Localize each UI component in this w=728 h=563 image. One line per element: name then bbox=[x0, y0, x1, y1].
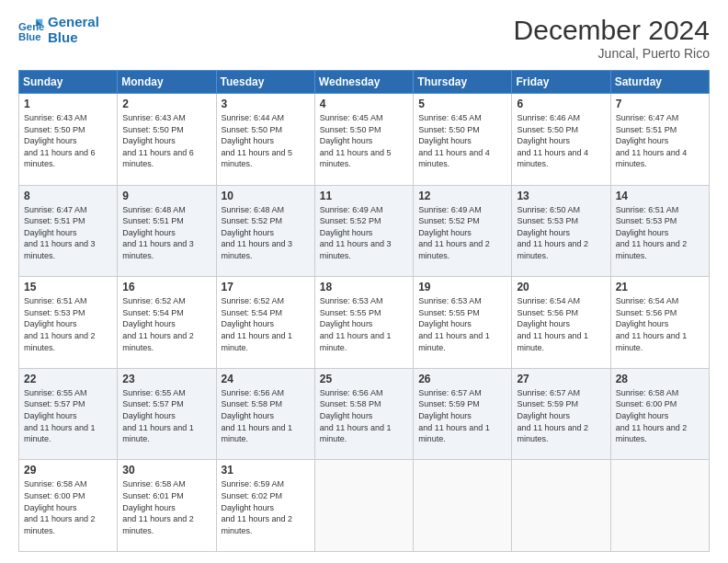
day-info: Sunrise: 6:49 AM Sunset: 5:52 PM Dayligh… bbox=[418, 204, 506, 262]
day-info: Sunrise: 6:57 AM Sunset: 5:59 PM Dayligh… bbox=[517, 387, 605, 445]
col-header-sunday: Sunday bbox=[19, 71, 118, 94]
day-info: Sunrise: 6:54 AM Sunset: 5:56 PM Dayligh… bbox=[517, 295, 605, 353]
day-number: 13 bbox=[517, 190, 605, 202]
day-info: Sunrise: 6:44 AM Sunset: 5:50 PM Dayligh… bbox=[222, 112, 310, 170]
day-number: 9 bbox=[122, 190, 210, 202]
day-number: 8 bbox=[24, 190, 112, 202]
calendar-cell: 20 Sunrise: 6:54 AM Sunset: 5:56 PM Dayl… bbox=[512, 277, 610, 369]
day-info: Sunrise: 6:43 AM Sunset: 5:50 PM Dayligh… bbox=[24, 112, 112, 170]
day-number: 15 bbox=[24, 281, 112, 293]
day-number: 6 bbox=[517, 98, 605, 110]
day-info: Sunrise: 6:51 AM Sunset: 5:53 PM Dayligh… bbox=[24, 295, 112, 353]
logo-line1: General bbox=[48, 15, 99, 30]
main-title: December 2024 bbox=[514, 15, 710, 46]
day-info: Sunrise: 6:56 AM Sunset: 5:58 PM Dayligh… bbox=[222, 387, 310, 445]
calendar-cell: 31 Sunrise: 6:59 AM Sunset: 6:02 PM Dayl… bbox=[216, 460, 314, 552]
calendar-cell: 28 Sunrise: 6:58 AM Sunset: 6:00 PM Dayl… bbox=[610, 368, 709, 460]
calendar-cell: 29 Sunrise: 6:58 AM Sunset: 6:00 PM Dayl… bbox=[19, 460, 118, 552]
day-info: Sunrise: 6:45 AM Sunset: 5:50 PM Dayligh… bbox=[418, 112, 506, 170]
calendar-cell: 19 Sunrise: 6:53 AM Sunset: 5:55 PM Dayl… bbox=[414, 277, 512, 369]
day-info: Sunrise: 6:58 AM Sunset: 6:01 PM Dayligh… bbox=[122, 478, 210, 536]
day-info: Sunrise: 6:55 AM Sunset: 5:57 PM Dayligh… bbox=[24, 387, 112, 445]
col-header-saturday: Saturday bbox=[610, 71, 709, 94]
calendar-cell: 2 Sunrise: 6:43 AM Sunset: 5:50 PM Dayli… bbox=[118, 94, 216, 186]
col-header-wednesday: Wednesday bbox=[314, 71, 413, 94]
calendar-cell: 18 Sunrise: 6:53 AM Sunset: 5:55 PM Dayl… bbox=[314, 277, 413, 369]
calendar-cell: 30 Sunrise: 6:58 AM Sunset: 6:01 PM Dayl… bbox=[118, 460, 216, 552]
day-info: Sunrise: 6:54 AM Sunset: 5:56 PM Dayligh… bbox=[616, 295, 704, 353]
subtitle: Juncal, Puerto Rico bbox=[514, 46, 710, 61]
day-number: 30 bbox=[122, 464, 210, 477]
calendar-cell: 7 Sunrise: 6:47 AM Sunset: 5:51 PM Dayli… bbox=[610, 94, 709, 186]
day-number: 22 bbox=[24, 373, 112, 385]
day-info: Sunrise: 6:43 AM Sunset: 5:50 PM Dayligh… bbox=[122, 112, 210, 170]
col-header-monday: Monday bbox=[118, 71, 216, 94]
logo-line2: Blue bbox=[48, 30, 99, 46]
day-number: 2 bbox=[122, 98, 210, 110]
day-info: Sunrise: 6:58 AM Sunset: 6:00 PM Dayligh… bbox=[616, 387, 704, 445]
col-header-thursday: Thursday bbox=[414, 71, 512, 94]
svg-text:Blue: Blue bbox=[18, 30, 41, 41]
day-info: Sunrise: 6:52 AM Sunset: 5:54 PM Dayligh… bbox=[122, 295, 210, 353]
day-info: Sunrise: 6:47 AM Sunset: 5:51 PM Dayligh… bbox=[24, 204, 112, 262]
day-number: 20 bbox=[517, 281, 605, 293]
day-info: Sunrise: 6:51 AM Sunset: 5:53 PM Dayligh… bbox=[616, 204, 704, 262]
day-number: 17 bbox=[222, 281, 310, 293]
day-number: 3 bbox=[222, 98, 310, 110]
day-info: Sunrise: 6:52 AM Sunset: 5:54 PM Dayligh… bbox=[222, 295, 310, 353]
day-info: Sunrise: 6:48 AM Sunset: 5:52 PM Dayligh… bbox=[222, 204, 310, 262]
day-number: 29 bbox=[24, 464, 112, 477]
calendar-cell: 6 Sunrise: 6:46 AM Sunset: 5:50 PM Dayli… bbox=[512, 94, 610, 186]
col-header-tuesday: Tuesday bbox=[216, 71, 314, 94]
day-number: 7 bbox=[616, 98, 704, 110]
day-number: 11 bbox=[320, 190, 408, 202]
calendar-cell: 26 Sunrise: 6:57 AM Sunset: 5:59 PM Dayl… bbox=[414, 368, 512, 460]
day-number: 16 bbox=[122, 281, 210, 293]
calendar-cell: 16 Sunrise: 6:52 AM Sunset: 5:54 PM Dayl… bbox=[118, 277, 216, 369]
day-number: 18 bbox=[320, 281, 408, 293]
calendar-cell: 17 Sunrise: 6:52 AM Sunset: 5:54 PM Dayl… bbox=[216, 277, 314, 369]
day-info: Sunrise: 6:55 AM Sunset: 5:57 PM Dayligh… bbox=[122, 387, 210, 445]
day-number: 26 bbox=[418, 373, 506, 385]
day-number: 21 bbox=[616, 281, 704, 293]
day-number: 24 bbox=[222, 373, 310, 385]
day-number: 4 bbox=[320, 98, 408, 110]
calendar-cell bbox=[512, 460, 610, 552]
calendar-cell bbox=[414, 460, 512, 552]
day-number: 28 bbox=[616, 373, 704, 385]
calendar-cell: 25 Sunrise: 6:56 AM Sunset: 5:58 PM Dayl… bbox=[314, 368, 413, 460]
day-number: 19 bbox=[418, 281, 506, 293]
page: General Blue General Blue December 2024 … bbox=[0, 0, 728, 563]
day-info: Sunrise: 6:57 AM Sunset: 5:59 PM Dayligh… bbox=[418, 387, 506, 445]
day-info: Sunrise: 6:46 AM Sunset: 5:50 PM Dayligh… bbox=[517, 112, 605, 170]
day-number: 14 bbox=[616, 190, 704, 202]
day-info: Sunrise: 6:50 AM Sunset: 5:53 PM Dayligh… bbox=[517, 204, 605, 262]
day-info: Sunrise: 6:58 AM Sunset: 6:00 PM Dayligh… bbox=[24, 478, 112, 536]
calendar-cell: 21 Sunrise: 6:54 AM Sunset: 5:56 PM Dayl… bbox=[610, 277, 709, 369]
calendar-cell: 22 Sunrise: 6:55 AM Sunset: 5:57 PM Dayl… bbox=[19, 368, 118, 460]
calendar-cell: 4 Sunrise: 6:45 AM Sunset: 5:50 PM Dayli… bbox=[314, 94, 413, 186]
calendar-cell: 3 Sunrise: 6:44 AM Sunset: 5:50 PM Dayli… bbox=[216, 94, 314, 186]
day-number: 1 bbox=[24, 98, 112, 110]
day-number: 27 bbox=[517, 373, 605, 385]
calendar-cell bbox=[314, 460, 413, 552]
calendar-cell: 27 Sunrise: 6:57 AM Sunset: 5:59 PM Dayl… bbox=[512, 368, 610, 460]
day-info: Sunrise: 6:59 AM Sunset: 6:02 PM Dayligh… bbox=[222, 478, 310, 536]
day-info: Sunrise: 6:49 AM Sunset: 5:52 PM Dayligh… bbox=[320, 204, 408, 262]
calendar-cell: 23 Sunrise: 6:55 AM Sunset: 5:57 PM Dayl… bbox=[118, 368, 216, 460]
calendar-cell: 14 Sunrise: 6:51 AM Sunset: 5:53 PM Dayl… bbox=[610, 185, 709, 277]
calendar-table: SundayMondayTuesdayWednesdayThursdayFrid… bbox=[18, 70, 710, 552]
day-info: Sunrise: 6:47 AM Sunset: 5:51 PM Dayligh… bbox=[616, 112, 704, 170]
day-number: 23 bbox=[122, 373, 210, 385]
calendar-cell: 11 Sunrise: 6:49 AM Sunset: 5:52 PM Dayl… bbox=[314, 185, 413, 277]
logo: General Blue General Blue bbox=[18, 15, 99, 45]
calendar-cell: 9 Sunrise: 6:48 AM Sunset: 5:51 PM Dayli… bbox=[118, 185, 216, 277]
day-number: 12 bbox=[418, 190, 506, 202]
calendar-cell bbox=[610, 460, 709, 552]
calendar-cell: 8 Sunrise: 6:47 AM Sunset: 5:51 PM Dayli… bbox=[19, 185, 118, 277]
day-info: Sunrise: 6:53 AM Sunset: 5:55 PM Dayligh… bbox=[418, 295, 506, 353]
day-number: 10 bbox=[222, 190, 310, 202]
day-info: Sunrise: 6:53 AM Sunset: 5:55 PM Dayligh… bbox=[320, 295, 408, 353]
day-number: 5 bbox=[418, 98, 506, 110]
col-header-friday: Friday bbox=[512, 71, 610, 94]
